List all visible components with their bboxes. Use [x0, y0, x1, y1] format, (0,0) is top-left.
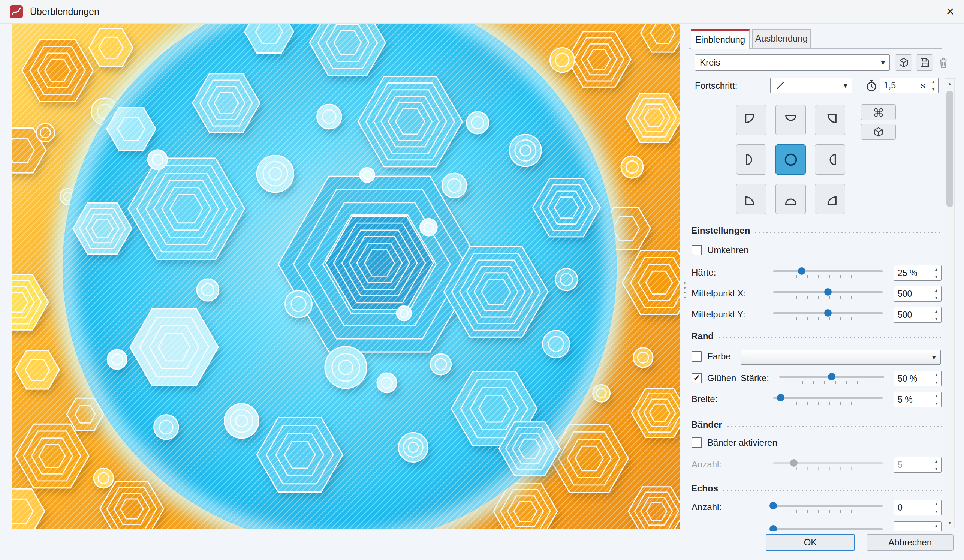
section-header-echos: Echos — [691, 483, 942, 494]
direction-top-left-button[interactable] — [736, 105, 767, 135]
slider-track[interactable] — [773, 270, 883, 272]
slider-handle[interactable] — [824, 309, 832, 317]
spin-up-button[interactable]: ▴ — [928, 78, 938, 85]
slider-handle[interactable] — [798, 267, 806, 275]
preset-combobox[interactable]: Kreis ▾ — [695, 54, 890, 71]
package-icon — [898, 57, 909, 68]
gluehen-checkbox[interactable]: ✓ — [692, 373, 702, 383]
slider-handle[interactable] — [769, 502, 777, 510]
breite-slider[interactable] — [773, 392, 883, 408]
package-button[interactable] — [895, 54, 912, 71]
direction-top-button[interactable] — [775, 105, 806, 135]
slider-ticks — [775, 275, 882, 278]
mittelpunkt-x-value[interactable]: 500 — [894, 289, 931, 299]
spin-down-button[interactable]: ▾ — [931, 294, 941, 301]
slider-handle[interactable] — [777, 394, 785, 401]
spin-up-button[interactable]: ▴ — [931, 500, 941, 508]
slider-handle[interactable] — [824, 288, 832, 296]
ok-button[interactable]: OK — [766, 534, 855, 551]
mittelpunkt-y-spinbox[interactable]: 500 ▴▾ — [894, 307, 941, 323]
staerke-spinbox[interactable]: 50 % ▴▾ — [894, 371, 941, 386]
spin-down-button[interactable]: ▾ — [931, 273, 941, 280]
direction-left-button[interactable] — [736, 144, 767, 175]
spin-up-button[interactable]: ▴ — [931, 392, 941, 400]
scroll-up-button[interactable]: ▲ — [945, 79, 954, 88]
breite-value[interactable]: 5 % — [894, 395, 931, 405]
delete-button[interactable] — [936, 56, 950, 70]
slider-track[interactable] — [773, 397, 883, 399]
direction-right-button[interactable] — [815, 144, 845, 175]
haerte-spinbox[interactable]: 25 % ▴▾ — [894, 265, 941, 281]
slider-track — [773, 462, 883, 464]
spin-up-button[interactable]: ▴ — [931, 308, 941, 315]
spin-up-button[interactable]: ▴ — [931, 287, 941, 294]
direction-top-right-button[interactable] — [815, 105, 845, 135]
duration-spinbox[interactable]: 1,5 s ▴ ▾ — [880, 78, 938, 93]
echos-anzahl-spinbox[interactable]: 0 ▴▾ — [894, 500, 941, 515]
staerke-slider[interactable] — [779, 371, 884, 387]
tab-einblendung[interactable]: Einblendung — [691, 29, 750, 49]
cancel-button[interactable]: Abbrechen — [866, 534, 954, 551]
scrollbar-thumb[interactable] — [946, 91, 953, 207]
breite-spinbox[interactable]: 5 % ▴▾ — [894, 392, 941, 407]
spin-down-button[interactable]: ▾ — [931, 400, 941, 407]
spin-down-button[interactable]: ▾ — [931, 379, 941, 386]
haerte-value[interactable]: 25 % — [894, 268, 931, 278]
splitter-handle[interactable] — [683, 282, 687, 306]
mittelpunkt-y-slider[interactable] — [773, 307, 883, 324]
echos-anzahl-slider[interactable] — [773, 500, 883, 516]
umkehren-checkbox[interactable] — [692, 245, 702, 255]
mittelpunkt-y-value[interactable]: 500 — [894, 310, 931, 320]
slider-track[interactable] — [773, 528, 883, 530]
close-button[interactable]: × — [940, 3, 960, 21]
farbe-label: Farbe — [707, 350, 731, 363]
cube-button[interactable] — [861, 124, 896, 140]
staerke-value[interactable]: 50 % — [894, 374, 931, 384]
progress-curve-combobox[interactable]: ▾ — [770, 78, 852, 93]
spin-up-button[interactable]: ▴ — [931, 265, 941, 273]
echos-anzahl-value[interactable]: 0 — [894, 503, 931, 513]
direction-center-button[interactable] — [775, 144, 806, 175]
slider-handle[interactable] — [769, 525, 777, 531]
clipped-spinbox[interactable]: ▴▾ — [894, 521, 941, 531]
spin-down-button[interactable]: ▾ — [931, 315, 941, 322]
spin-up-button: ▴ — [931, 457, 941, 465]
clipped-next-row: ▴▾ — [692, 521, 942, 531]
slider-ticks — [775, 510, 882, 513]
chevron-down-icon: ▾ — [881, 58, 885, 67]
tab-ausblendung[interactable]: Ausblendung — [752, 29, 811, 48]
mittelpunkt-x-spinbox[interactable]: 500 ▴▾ — [894, 286, 941, 302]
baender-anzahl-slider — [773, 457, 883, 474]
spin-up-button[interactable]: ▴ — [931, 522, 941, 529]
spin-up-button[interactable]: ▴ — [931, 371, 941, 379]
random-button[interactable] — [861, 104, 896, 120]
spin-down-button[interactable]: ▾ — [928, 85, 938, 93]
progress-label: Fortschritt: — [695, 80, 737, 92]
mittelpunkt-x-slider[interactable] — [773, 286, 883, 303]
panel-scrollbar[interactable]: ▲ ▼ — [945, 78, 955, 528]
slider-handle[interactable] — [828, 373, 835, 381]
slider-ticks — [775, 467, 882, 470]
baender-aktivieren-label: Bänder aktivieren — [707, 437, 777, 449]
section-header-einstellungen: Einstellungen — [691, 225, 942, 236]
haerte-slider[interactable] — [773, 265, 883, 282]
haerte-label: Härte: — [692, 267, 716, 278]
spin-down-button[interactable]: ▾ — [931, 508, 941, 515]
scroll-down-button[interactable]: ▼ — [945, 518, 954, 528]
slider-ticks — [781, 381, 883, 384]
direction-bottom-right-button[interactable] — [815, 184, 845, 214]
window-title: Überblendungen — [30, 7, 99, 17]
direction-bottom-button[interactable] — [775, 184, 806, 214]
spin-down-button[interactable]: ▾ — [931, 529, 941, 531]
baender-aktivieren-checkbox[interactable] — [692, 438, 702, 448]
farbe-color-combobox[interactable]: ▾ — [741, 350, 941, 365]
section-header-rand: Rand — [691, 331, 942, 342]
baender-anzahl-value: 5 — [894, 460, 931, 470]
duration-value[interactable]: 1,5 — [880, 81, 921, 91]
slider-track[interactable] — [773, 505, 883, 507]
slider-ticks — [775, 317, 882, 320]
direction-bottom-left-button[interactable] — [736, 184, 767, 214]
farbe-checkbox[interactable] — [692, 351, 702, 362]
clipped-slider[interactable] — [773, 523, 883, 531]
save-button[interactable] — [916, 54, 933, 71]
